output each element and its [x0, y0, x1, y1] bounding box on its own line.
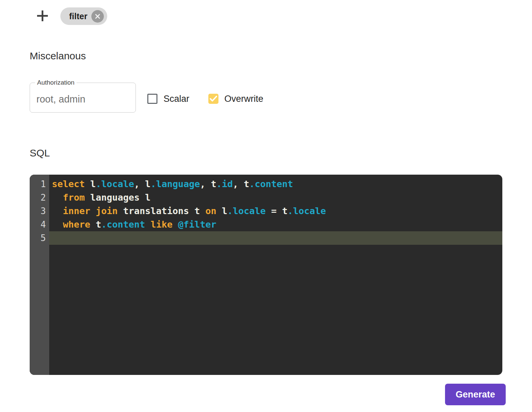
parameter-chip[interactable]: filter — [60, 7, 107, 25]
checkmark-icon — [210, 96, 217, 102]
line-number: 4 — [30, 218, 49, 231]
code-token-plain: , t — [200, 179, 216, 189]
misc-controls-row: Authorization root, admin ScalarOverwrit… — [30, 79, 532, 113]
authorization-field[interactable]: Authorization root, admin — [30, 79, 136, 113]
code-token-plain — [145, 219, 150, 230]
code-token-property: .locale — [96, 179, 134, 189]
editor-code-area[interactable]: select l.locale, l.language, t.id, t.con… — [49, 175, 502, 375]
parameter-chip-label: filter — [69, 11, 87, 21]
code-token-plain: = t — [266, 206, 288, 216]
checkbox-overwrite[interactable]: Overwrite — [208, 94, 264, 104]
code-token-plain: l — [85, 179, 96, 189]
code-token-property: .locale — [227, 206, 266, 216]
code-line-3: inner join translations t on l.locale = … — [49, 204, 502, 218]
generate-button[interactable]: Generate — [445, 384, 506, 405]
code-token-property: .content — [101, 219, 145, 230]
code-token-property: .content — [249, 179, 293, 189]
code-line-1: select l.locale, l.language, t.id, t.con… — [49, 177, 502, 191]
code-token-plain: translations t — [118, 206, 205, 216]
authorization-label: Authorization — [35, 79, 77, 86]
checkbox-label: Overwrite — [225, 94, 264, 104]
editor-line-number-gutter: 12345 — [30, 175, 49, 375]
code-line-2: from languages l — [49, 191, 502, 204]
line-number: 5 — [30, 231, 49, 245]
checkbox-label: Scalar — [164, 94, 189, 104]
code-token-plain — [52, 206, 63, 216]
code-token-property: .id — [216, 179, 233, 189]
plus-icon — [36, 9, 49, 24]
code-token-keyword: inner join — [63, 206, 118, 216]
checkbox-group: ScalarOverwrite — [147, 94, 263, 104]
add-parameter-button[interactable] — [35, 9, 50, 23]
line-number: 2 — [30, 191, 49, 204]
code-token-keyword: on — [205, 206, 216, 216]
chip-close-icon[interactable] — [91, 10, 104, 23]
checkbox-unchecked-icon[interactable] — [147, 94, 157, 104]
code-line-4: where t.content like @filter — [49, 218, 502, 231]
code-token-property: .language — [151, 179, 200, 189]
code-token-plain: l — [216, 206, 228, 216]
code-token-property: .locale — [288, 206, 326, 216]
code-token-keyword: where — [63, 219, 90, 230]
line-number: 3 — [30, 204, 49, 218]
code-token-keyword: from — [63, 192, 85, 203]
footer-actions: Generate — [0, 384, 506, 405]
code-token-plain: , l — [134, 179, 151, 189]
code-token-plain: languages l — [85, 192, 151, 203]
code-token-keyword: like — [151, 219, 173, 230]
checkbox-checked-icon[interactable] — [208, 94, 218, 104]
code-token-plain — [173, 219, 178, 230]
code-token-plain — [52, 192, 63, 203]
code-token-plain: , t — [233, 179, 249, 189]
code-line-5 — [49, 231, 502, 245]
checkbox-scalar[interactable]: Scalar — [147, 94, 189, 104]
authorization-value[interactable]: root, admin — [36, 94, 136, 105]
code-token-keyword: select — [52, 179, 85, 189]
sql-section-title: SQL — [30, 147, 532, 159]
sql-editor[interactable]: 12345 select l.locale, l.language, t.id,… — [30, 175, 502, 375]
parameter-chip-list: filter — [60, 7, 107, 25]
parameters-bar: filter — [35, 7, 532, 25]
code-token-plain — [52, 219, 63, 230]
line-number: 1 — [30, 177, 49, 191]
code-token-plain: t — [90, 219, 101, 230]
code-token-property: @filter — [178, 219, 216, 230]
misc-section-title: Miscelanous — [30, 50, 532, 62]
